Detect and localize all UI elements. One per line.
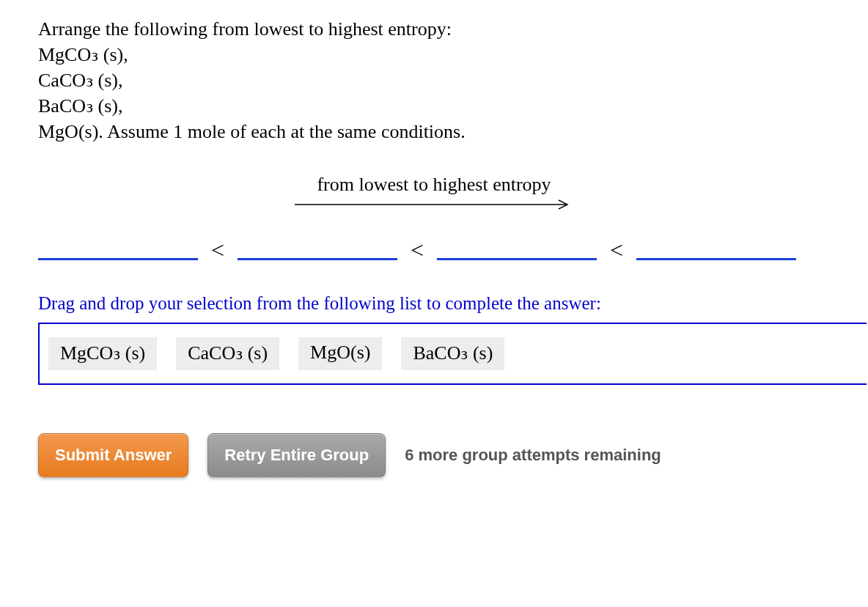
submit-button[interactable]: Submit Answer <box>38 433 188 477</box>
drop-slot-3[interactable] <box>437 238 597 260</box>
drop-slot-1[interactable] <box>38 238 198 260</box>
drop-slot-2[interactable] <box>238 238 397 260</box>
question-compound-2: CaCO₃ (s), <box>38 67 868 93</box>
retry-button[interactable]: Retry Entire Group <box>207 433 386 477</box>
button-row: Submit Answer Retry Entire Group 6 more … <box>38 433 868 477</box>
drag-instruction: Drag and drop your selection from the fo… <box>38 293 868 314</box>
question-text: Arrange the following from lowest to hig… <box>38 16 868 144</box>
question-last-line: MgO(s). Assume 1 mole of each at the sam… <box>38 119 868 144</box>
question-compound-1: MgCO₃ (s), <box>38 42 868 67</box>
attempts-remaining: 6 more group attempts remaining <box>405 446 661 465</box>
options-box: MgCO₃ (s) CaCO₃ (s) MgO(s) BaCO₃ (s) <box>38 323 867 385</box>
arrow-block: from lowest to highest entropy <box>38 174 830 212</box>
arrow-label: from lowest to highest entropy <box>317 174 551 196</box>
less-than-1: < <box>211 237 224 264</box>
answer-slots: < < < <box>38 235 868 262</box>
option-mgco3[interactable]: MgCO₃ (s) <box>48 337 157 370</box>
question-compound-3: BaCO₃ (s), <box>38 93 868 119</box>
option-caco3[interactable]: CaCO₃ (s) <box>176 337 279 370</box>
less-than-3: < <box>610 237 623 264</box>
drop-slot-4[interactable] <box>636 238 796 260</box>
page: Arrange the following from lowest to hig… <box>0 0 868 607</box>
arrow-right-icon <box>295 197 573 212</box>
less-than-2: < <box>411 237 424 264</box>
question-prompt: Arrange the following from lowest to hig… <box>38 16 868 42</box>
option-mgo[interactable]: MgO(s) <box>298 337 382 370</box>
option-baco3[interactable]: BaCO₃ (s) <box>401 337 504 370</box>
